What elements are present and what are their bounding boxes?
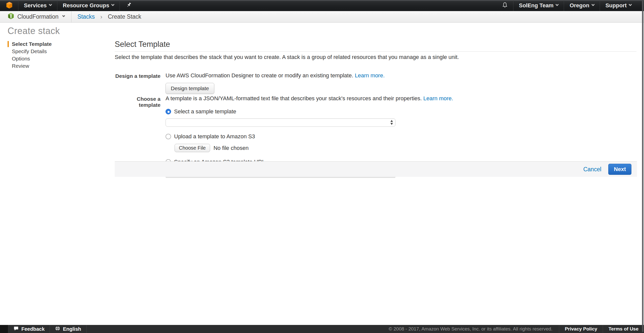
design-template-label: Design a template [115,72,160,94]
resource-groups-menu[interactable]: Resource Groups [57,0,120,11]
section-heading: Select Template [115,40,170,49]
breadcrumb-stacks-link[interactable]: Stacks [71,13,98,20]
wizard-steps-nav: Select Template Specify Details Options … [8,40,52,70]
step-label: Select Template [12,41,52,47]
choose-file-button[interactable]: Choose File [175,144,210,152]
notifications-bell-icon [502,2,508,9]
account-menu[interactable]: SolEng Team [513,0,564,11]
step-label: Review [12,63,29,69]
section-divider [115,51,636,52]
radio-selected-icon[interactable] [166,109,171,114]
active-step-marker [8,41,9,47]
globe-icon [55,326,60,332]
footer-edge-block [0,325,8,333]
choose-template-help: A template is a JSON/YAML-formatted text… [166,95,453,102]
aws-cube-icon [6,1,13,10]
terms-of-use-link[interactable]: Terms of Use [603,325,644,333]
radio-label: Select a sample template [174,108,236,115]
chevron-down-icon [111,3,114,6]
design-template-help: Use AWS CloudFormation Designer to creat… [166,72,385,79]
chevron-down-icon [629,3,632,6]
vertical-scrollbar[interactable] [642,1,643,332]
step-label: Specify Details [12,48,47,54]
language-button[interactable]: English [50,325,86,333]
breadcrumb-current-page: Create Stack [104,13,141,20]
choose-template-help-text: A template is a JSON/YAML-formatted text… [166,95,422,102]
support-menu-label: Support [606,2,627,9]
notifications-button[interactable] [497,0,513,11]
radio-select-sample-template[interactable]: Select a sample template [166,108,453,115]
design-template-button[interactable]: Design template [166,83,214,94]
radio-upload-template[interactable]: Upload a template to Amazon S3 [166,133,453,140]
step-label: Options [12,56,30,62]
design-learn-more-link[interactable]: Learn more. [355,72,385,79]
chevron-down-icon [591,3,595,6]
design-template-help-text: Use AWS CloudFormation Designer to creat… [166,72,353,79]
chevron-down-icon [49,3,52,6]
chevron-down-icon [556,3,559,6]
chevron-down-icon [62,14,65,17]
copyright-text: © 2008 - 2017, Amazon Web Services, Inc.… [389,326,559,332]
footer-bar: Feedback English © 2008 - 2017, Amazon W… [0,325,644,333]
radio-label: Upload a template to Amazon S3 [174,133,255,140]
file-upload-row: Choose File No file chosen [175,144,453,152]
section-description: Select the template that describes the s… [115,54,459,60]
region-menu[interactable]: Oregon [564,0,599,11]
feedback-label: Feedback [21,326,45,332]
feedback-button[interactable]: Feedback [8,325,50,333]
cancel-button[interactable]: Cancel [583,166,601,173]
privacy-policy-label: Privacy Policy [565,326,597,332]
breadcrumb-separator: › [98,13,104,20]
aws-logo[interactable] [0,0,18,11]
wizard-action-bar: Cancel Next [115,161,637,177]
services-menu-label: Services [24,2,47,9]
step-review[interactable]: Review [8,62,52,70]
service-selector[interactable]: CloudFormation [0,11,71,22]
step-select-template[interactable]: Select Template [8,40,52,48]
terms-of-use-label: Terms of Use [609,326,638,332]
choose-learn-more-link[interactable]: Learn more. [423,95,453,102]
radio-unselected-icon[interactable] [166,134,171,139]
services-menu[interactable]: Services [18,0,57,11]
service-selector-label: CloudFormation [17,13,59,20]
speech-bubble-icon [13,326,19,332]
resource-groups-menu-label: Resource Groups [63,2,109,9]
step-specify-details[interactable]: Specify Details [8,48,52,55]
account-menu-label: SolEng Team [519,2,554,9]
region-menu-label: Oregon [570,2,589,9]
pin-icon [126,2,132,9]
support-menu[interactable]: Support [600,0,637,11]
top-navigation-bar: Services Resource Groups [0,0,644,11]
privacy-policy-link[interactable]: Privacy Policy [559,325,603,333]
cloudformation-icon [8,13,14,21]
next-button[interactable]: Next [608,164,631,175]
page-title: Create stack [8,26,60,36]
breadcrumb: CloudFormation Stacks › Create Stack [0,11,644,23]
sample-template-select[interactable] [166,118,395,127]
step-options[interactable]: Options [8,55,52,62]
pin-shortcut-button[interactable] [120,0,138,11]
language-label: English [63,326,81,332]
select-stepper-icon [390,120,393,125]
design-template-row: Design a template Use AWS CloudFormation… [115,72,636,94]
file-chosen-status: No file chosen [214,145,249,151]
